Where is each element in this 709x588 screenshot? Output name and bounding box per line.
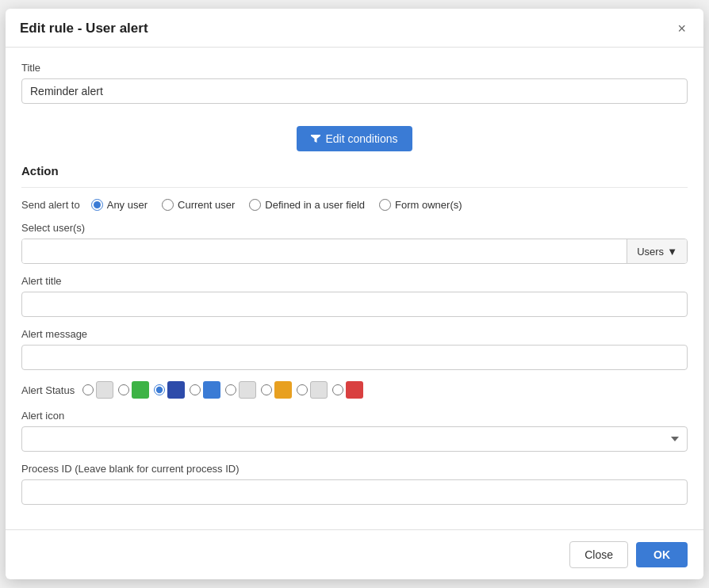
color-option-white3[interactable] [297, 381, 328, 399]
alert-message-label: Alert message [21, 328, 688, 340]
alert-title-group: Alert title [21, 275, 688, 317]
color-swatch-white3 [310, 381, 328, 399]
users-dropdown-arrow: ▼ [667, 246, 677, 258]
process-id-group: Process ID (Leave blank for current proc… [21, 463, 688, 505]
alert-title-label: Alert title [21, 275, 688, 287]
select-users-label: Select user(s) [21, 222, 688, 234]
radio-form-owners[interactable]: Form owner(s) [379, 199, 462, 211]
color-swatch-white [96, 381, 113, 399]
color-radio-blue[interactable] [190, 384, 201, 395]
filter-icon [311, 135, 320, 143]
title-field-group: Title [21, 62, 688, 104]
title-label: Title [21, 62, 688, 74]
dialog-header: Edit rule - User alert × [6, 9, 703, 48]
radio-current-user[interactable]: Current user [162, 199, 235, 211]
action-section-label: Action [21, 164, 688, 178]
color-swatch-red [346, 381, 363, 399]
edit-conditions-label: Edit conditions [325, 132, 397, 145]
alert-title-input[interactable] [21, 292, 688, 317]
radio-defined-user-field[interactable]: Defined in a user field [249, 199, 365, 211]
color-swatch-green [132, 381, 149, 399]
alert-status-label: Alert Status [21, 384, 75, 396]
radio-form-owners-label: Form owner(s) [395, 199, 462, 211]
dialog-footer: Close OK [6, 529, 703, 579]
radio-form-owners-input[interactable] [379, 199, 391, 211]
title-input[interactable] [21, 78, 688, 104]
color-swatch-white2 [239, 381, 256, 399]
color-option-white2[interactable] [225, 381, 256, 399]
alert-icon-label: Alert icon [21, 410, 688, 422]
send-alert-label: Send alert to [21, 199, 80, 211]
alert-status-row: Alert Status [21, 381, 688, 399]
alert-icon-group: Alert icon [21, 410, 688, 452]
send-alert-row: Send alert to Any user Current user Defi… [21, 199, 688, 211]
process-id-label: Process ID (Leave blank for current proc… [21, 463, 688, 475]
edit-rule-dialog: Edit rule - User alert × Title Edit cond… [6, 9, 703, 579]
color-radio-white3[interactable] [297, 384, 308, 395]
color-option-green[interactable] [118, 381, 149, 399]
dialog-title: Edit rule - User alert [20, 21, 148, 36]
select-users-group: Select user(s) Users ▼ [21, 222, 688, 264]
color-radio-dark-blue[interactable] [154, 384, 165, 395]
radio-defined-user-field-input[interactable] [249, 199, 261, 211]
alert-message-group: Alert message [21, 328, 688, 370]
color-option-blue[interactable] [190, 381, 220, 399]
users-dropdown-button[interactable]: Users ▼ [627, 239, 687, 263]
radio-any-user[interactable]: Any user [91, 199, 148, 211]
edit-conditions-button[interactable]: Edit conditions [297, 126, 412, 151]
radio-any-user-input[interactable] [91, 199, 103, 211]
close-icon[interactable]: × [674, 20, 689, 37]
color-radio-green[interactable] [118, 384, 129, 395]
users-input[interactable] [22, 239, 627, 263]
color-radio-red[interactable] [332, 384, 343, 395]
radio-current-user-label: Current user [178, 199, 235, 211]
action-divider [21, 187, 688, 188]
radio-any-user-label: Any user [107, 199, 148, 211]
color-option-orange[interactable] [261, 381, 292, 399]
alert-icon-select[interactable] [21, 426, 688, 452]
alert-message-input[interactable] [21, 345, 688, 370]
color-option-red[interactable] [332, 381, 363, 399]
edit-conditions-center: Edit conditions [21, 115, 688, 156]
users-input-wrapper: Users ▼ [21, 239, 688, 264]
close-button[interactable]: Close [569, 541, 628, 568]
color-radio-white2[interactable] [225, 384, 236, 395]
color-swatch-blue [203, 381, 220, 399]
radio-defined-user-field-label: Defined in a user field [265, 199, 365, 211]
color-radio-white[interactable] [82, 384, 94, 395]
color-radio-orange[interactable] [261, 384, 272, 395]
color-swatch-dark-blue [167, 381, 185, 399]
process-id-input[interactable] [21, 479, 688, 505]
color-option-white[interactable] [82, 381, 113, 399]
users-dropdown-label: Users [637, 246, 664, 258]
ok-button[interactable]: OK [636, 542, 688, 567]
color-option-dark-blue[interactable] [154, 381, 185, 399]
radio-current-user-input[interactable] [162, 199, 174, 211]
color-swatch-orange [274, 381, 292, 399]
dialog-body: Title Edit conditions Action Send alert … [6, 48, 703, 529]
